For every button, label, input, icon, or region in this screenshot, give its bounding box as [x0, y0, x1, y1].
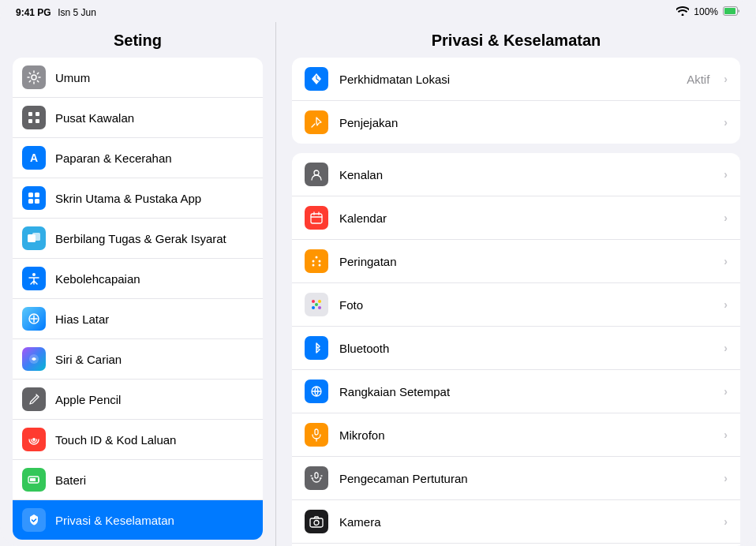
kenalan-icon	[305, 163, 328, 186]
umum-label: Umum	[55, 71, 90, 84]
svg-point-31	[312, 300, 315, 303]
sidebar-item-apple-pencil[interactable]: Apple Pencil	[13, 380, 263, 420]
penjejakan-chevron: ›	[724, 116, 728, 129]
foto-label: Foto	[339, 298, 713, 312]
sidebar-list: Umum Pusat Kawalan A Papa	[0, 58, 275, 546]
sidebar-item-hias-latar[interactable]: Hias Latar	[13, 299, 263, 339]
svg-rect-19	[30, 478, 36, 481]
svg-point-24	[314, 170, 319, 175]
privasi-icon	[22, 508, 46, 532]
pusat-kawalan-icon	[22, 106, 46, 129]
svg-point-14	[32, 273, 36, 276]
sidebar-item-kebolehcapaian[interactable]: Kebolehcapaian	[13, 259, 263, 299]
bluetooth-label: Bluetooth	[339, 342, 713, 355]
sidebar-item-pusat-kawalan[interactable]: Pusat Kawalan	[13, 98, 263, 138]
svg-point-29	[313, 264, 315, 267]
settings-row-bluetooth[interactable]: Bluetooth ›	[292, 327, 740, 370]
status-left: 9:41 PG Isn 5 Jun	[16, 5, 96, 19]
svg-point-26	[316, 256, 318, 259]
settings-row-peringatan[interactable]: Peringatan ›	[292, 240, 740, 283]
sidebar-item-bateri[interactable]: Bateri	[13, 460, 263, 500]
svg-point-32	[318, 300, 321, 303]
settings-row-kamera[interactable]: Kamera ›	[292, 500, 740, 544]
device-frame: 9:41 PG Isn 5 Jun 100%	[0, 0, 756, 546]
foto-icon	[305, 293, 328, 316]
status-date: Isn 5 Jun	[58, 7, 96, 18]
perkhidmatan-lokasi-value: Aktif	[687, 73, 709, 86]
svg-rect-38	[315, 473, 318, 478]
touch-id-icon	[22, 428, 46, 451]
settings-row-kenalan[interactable]: Kenalan ›	[292, 153, 740, 196]
kebolehcapaian-label: Kebolehcapaian	[55, 272, 140, 286]
svg-rect-13	[32, 233, 40, 241]
svg-rect-11	[35, 199, 39, 204]
perkhidmatan-lokasi-chevron: ›	[724, 73, 728, 85]
settings-row-foto[interactable]: Foto ›	[292, 283, 740, 327]
sidebar-item-umum[interactable]: Umum	[13, 58, 263, 98]
settings-group-apps: Kenalan › Kalendar › Perin	[292, 153, 740, 546]
hias-latar-label: Hias Latar	[55, 312, 109, 326]
kalendar-chevron: ›	[724, 211, 728, 224]
rangkaian-label: Rangkaian Setempat	[339, 385, 713, 398]
svg-text:A: A	[30, 151, 38, 164]
right-content: Perkhidmatan Lokasi Aktif › Penjejakan ›	[276, 58, 756, 546]
siri-icon	[22, 347, 46, 371]
apple-pencil-icon	[22, 387, 46, 411]
settings-row-rangkaian[interactable]: Rangkaian Setempat ›	[292, 370, 740, 413]
mikrofon-label: Mikrofon	[339, 428, 713, 442]
mikrofon-icon	[305, 423, 328, 447]
settings-row-penjejakan[interactable]: Penjejakan ›	[292, 101, 740, 144]
status-time: 9:41 PG	[16, 7, 51, 18]
sidebar-item-paparan[interactable]: A Paparan & Kecerahan	[13, 138, 263, 178]
kalendar-icon	[305, 206, 328, 230]
berbilang-tugas-label: Berbilang Tugas & Gerak Isyarat	[55, 232, 226, 245]
sidebar-item-touch-id[interactable]: Touch ID & Kod Laluan	[13, 420, 263, 460]
svg-rect-1	[724, 8, 735, 14]
sidebar-item-berbilang-tugas[interactable]: Berbilang Tugas & Gerak Isyarat	[13, 219, 263, 259]
svg-rect-6	[36, 119, 39, 123]
rangkaian-chevron: ›	[724, 385, 728, 398]
pengecaman-chevron: ›	[724, 472, 728, 484]
settings-row-perkhidmatan-lokasi[interactable]: Perkhidmatan Lokasi Aktif ›	[292, 58, 740, 101]
sidebar-item-skrin-utama[interactable]: Skrin Utama & Pustaka App	[13, 178, 263, 219]
settings-row-pengecaman[interactable]: Pengecaman Pertuturan ›	[292, 457, 740, 500]
svg-point-27	[313, 260, 315, 263]
battery-text: 100%	[694, 6, 718, 17]
mikrofon-chevron: ›	[724, 428, 728, 441]
skrin-utama-icon	[22, 186, 46, 210]
svg-point-33	[315, 303, 318, 306]
svg-point-35	[318, 306, 321, 309]
svg-point-2	[32, 75, 36, 80]
kenalan-label: Kenalan	[339, 168, 713, 181]
kenalan-chevron: ›	[724, 168, 728, 181]
paparan-label: Paparan & Kecerahan	[55, 151, 172, 165]
status-right: 100%	[676, 6, 740, 18]
apple-pencil-label: Apple Pencil	[55, 393, 121, 406]
svg-rect-10	[28, 199, 33, 204]
svg-rect-9	[35, 193, 39, 197]
sidebar: Seting Umum	[0, 22, 276, 546]
kamera-label: Kamera	[339, 515, 713, 529]
settings-group-location: Perkhidmatan Lokasi Aktif › Penjejakan ›	[292, 58, 740, 144]
settings-row-mikrofon[interactable]: Mikrofon ›	[292, 413, 740, 457]
pengecaman-icon	[305, 466, 328, 490]
foto-chevron: ›	[724, 298, 728, 311]
svg-rect-8	[28, 193, 33, 197]
bateri-label: Bateri	[55, 473, 86, 487]
kebolehcapaian-icon	[22, 267, 46, 290]
privasi-label: Privasi & Keselamatan	[55, 514, 174, 527]
sidebar-item-privasi[interactable]: Privasi & Keselamatan	[13, 500, 263, 540]
berbilang-tugas-icon	[22, 226, 46, 250]
sidebar-header: Seting	[0, 22, 275, 58]
kalendar-label: Kalendar	[339, 211, 713, 225]
sidebar-item-siri[interactable]: Siri & Carian	[13, 339, 263, 380]
sidebar-group-1: Umum Pusat Kawalan A Papa	[13, 58, 263, 540]
pusat-kawalan-label: Pusat Kawalan	[55, 111, 134, 125]
svg-point-40	[314, 521, 319, 525]
pengecaman-label: Pengecaman Pertuturan	[339, 472, 713, 485]
settings-row-kalendar[interactable]: Kalendar ›	[292, 196, 740, 240]
right-panel: Privasi & Keselamatan Perkhidmatan Lokas…	[276, 22, 756, 546]
svg-rect-4	[36, 112, 39, 116]
svg-rect-39	[310, 518, 323, 527]
peringatan-chevron: ›	[724, 255, 728, 267]
